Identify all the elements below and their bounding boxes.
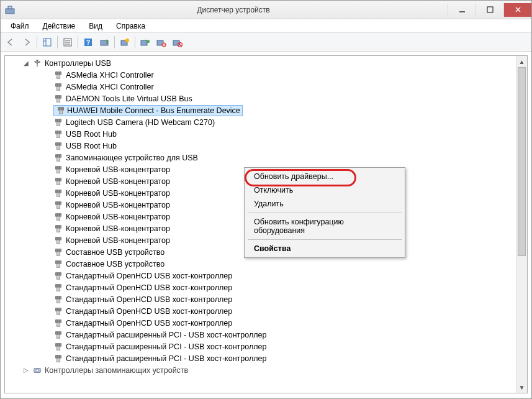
scroll-up-arrow[interactable]: ▲ xyxy=(516,56,527,67)
svg-rect-18 xyxy=(141,40,147,45)
ctx-refresh-config[interactable]: Обновить конфигурацию оборудования xyxy=(246,215,403,237)
scroll-down-arrow[interactable]: ▼ xyxy=(516,382,527,393)
ctx-properties[interactable]: Свойства xyxy=(246,242,403,255)
usb-device-icon xyxy=(53,271,63,281)
svg-rect-68 xyxy=(56,178,61,180)
menu-view[interactable]: Вид xyxy=(83,21,109,32)
usb-device-icon xyxy=(53,177,63,186)
tree-item[interactable]: Стандартный OpenHCD USB хост-контроллер xyxy=(5,270,516,282)
usb-device-icon xyxy=(53,330,63,340)
svg-rect-105 xyxy=(56,287,60,291)
usb-device-icon xyxy=(53,129,63,139)
tree-item[interactable]: Запоминающее устройство для USB xyxy=(5,152,516,163)
tree-item[interactable]: Стандартный расширенный PCI - USB хост-к… xyxy=(5,352,516,364)
tree-label: Стандартный OpenHCD USB хост-контроллер xyxy=(66,272,232,280)
svg-rect-104 xyxy=(56,284,61,287)
scrollbar-thumb[interactable] xyxy=(518,67,526,256)
back-button[interactable] xyxy=(3,35,18,50)
tree-label: Запоминающее устройство для USB xyxy=(66,154,198,162)
svg-rect-89 xyxy=(56,240,60,244)
maximize-button[interactable] xyxy=(476,3,503,17)
collapse-icon[interactable]: ◢ xyxy=(24,60,31,66)
tree-label: Стандартный OpenHCD USB хост-контроллер xyxy=(66,307,232,316)
tree-label: HUAWEI Mobile Connect - Bus Enumerate De… xyxy=(67,106,240,115)
expand-icon[interactable]: ▷ xyxy=(24,367,31,374)
tree-category-usb[interactable]: ◢Контроллеры USB xyxy=(5,57,516,69)
tree-item[interactable]: Стандартный OpenHCD USB хост-контроллер xyxy=(5,305,516,317)
scrollbar-track[interactable] xyxy=(516,67,527,382)
tree-item[interactable]: ASMedia XHCI Controller xyxy=(5,69,516,81)
svg-rect-64 xyxy=(56,166,61,168)
tree-item[interactable]: Стандартный OpenHCD USB хост-контроллер xyxy=(5,282,516,293)
show-hide-tree-button[interactable] xyxy=(40,35,55,50)
ctx-disable[interactable]: Отключить xyxy=(246,183,403,197)
tree-item[interactable]: DAEMON Tools Lite Virtual USB Bus xyxy=(5,93,516,104)
svg-rect-45 xyxy=(59,110,62,114)
svg-text:?: ? xyxy=(86,39,91,46)
ctx-separator xyxy=(248,239,402,240)
tree-item[interactable]: ASMedia XHCI Controller xyxy=(5,81,516,93)
svg-rect-113 xyxy=(56,311,60,314)
usb-device-icon xyxy=(53,236,63,245)
svg-rect-121 xyxy=(56,334,60,338)
toolbar-separator xyxy=(37,36,37,48)
menu-help[interactable]: Справка xyxy=(110,21,151,32)
menu-action[interactable]: Действие xyxy=(37,21,82,32)
tree-label: Составное USB устройство xyxy=(66,260,165,268)
svg-rect-48 xyxy=(56,119,61,121)
svg-rect-80 xyxy=(56,213,61,216)
tree-item-selected[interactable]: HUAWEI Mobile Connect - Bus Enumerate De… xyxy=(53,105,243,116)
forward-button[interactable] xyxy=(19,35,34,50)
svg-rect-120 xyxy=(56,331,61,334)
tree-item[interactable]: Logitech USB Camera (HD Webcam C270) xyxy=(5,116,516,128)
svg-rect-96 xyxy=(56,260,61,263)
drive-category-icon xyxy=(32,365,42,375)
svg-rect-33 xyxy=(56,75,60,78)
svg-rect-36 xyxy=(56,83,61,86)
titlebar: Диспетчер устройств xyxy=(1,1,531,19)
ctx-remove[interactable]: Удалить xyxy=(246,197,403,211)
ctx-update-drivers[interactable]: Обновить драйверы... xyxy=(246,170,403,183)
tree-item[interactable]: Стандартный расширенный PCI - USB хост-к… xyxy=(5,341,516,352)
update-driver-button[interactable] xyxy=(117,35,132,50)
tree-label: Контроллеры USB xyxy=(45,59,111,68)
usb-device-icon xyxy=(53,188,63,198)
svg-rect-73 xyxy=(56,193,60,196)
tree-label: Контроллеры запоминающих устройств xyxy=(45,366,188,375)
svg-rect-57 xyxy=(56,145,60,149)
svg-rect-53 xyxy=(56,134,60,137)
usb-device-icon xyxy=(53,70,63,80)
tree-item[interactable]: Стандартный OpenHCD USB хост-контроллер xyxy=(5,317,516,329)
tree-item[interactable]: Стандартный OpenHCD USB хост-контроллер xyxy=(5,293,516,305)
usb-device-icon xyxy=(53,165,63,175)
vertical-scrollbar[interactable]: ▲ ▼ xyxy=(516,56,527,393)
toolbar-separator xyxy=(78,36,78,48)
tree-item[interactable]: HUAWEI Mobile Connect - Bus Enumerate De… xyxy=(5,104,516,116)
minimize-button[interactable] xyxy=(448,3,476,17)
window-title: Диспетчер устройств xyxy=(19,6,448,14)
svg-rect-31 xyxy=(39,61,40,62)
usb-device-icon xyxy=(53,200,63,210)
properties-button[interactable] xyxy=(60,35,75,50)
scan-hardware-button[interactable] xyxy=(97,35,112,50)
tree-label: Logitech USB Camera (HD Webcam C270) xyxy=(66,118,215,127)
tree-label: Стандартный OpenHCD USB хост-контроллер xyxy=(66,283,232,292)
tree-item[interactable]: USB Root Hub xyxy=(5,128,516,140)
tree-label: Корневой USB-концентратор xyxy=(66,236,170,245)
tree-item[interactable]: USB Root Hub xyxy=(5,140,516,152)
tree-item[interactable]: Стандартный расширенный PCI - USB хост-к… xyxy=(5,329,516,341)
disable-button[interactable] xyxy=(154,35,169,50)
tree-label: ASMedia XHCI Controller xyxy=(66,83,154,91)
uninstall-button[interactable] xyxy=(138,35,153,50)
app-icon xyxy=(4,4,16,16)
svg-rect-60 xyxy=(56,154,61,157)
help-button[interactable]: ? xyxy=(81,35,96,50)
menu-file[interactable]: Файл xyxy=(4,21,35,32)
tree-item[interactable]: Составное USB устройство xyxy=(5,258,516,270)
tree-label: Стандартный OpenHCD USB хост-контроллер xyxy=(66,295,232,304)
tree-category-storage[interactable]: ▷Контроллеры запоминающих устройств xyxy=(5,364,516,376)
usb-device-icon xyxy=(53,94,63,104)
close-button[interactable] xyxy=(503,3,531,17)
svg-rect-81 xyxy=(56,216,60,220)
enable-button[interactable] xyxy=(170,35,185,50)
